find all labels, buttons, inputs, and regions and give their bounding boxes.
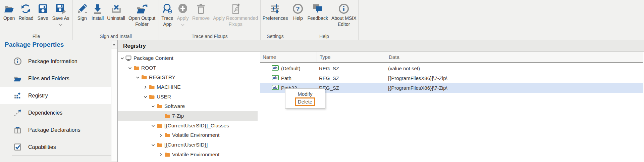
ribbon-group-trace-and-fixups: Trace App Apply Remove — [159, 0, 261, 40]
ribbon: Open Reload Save Save As — [0, 0, 644, 40]
svg-text:ab: ab — [273, 76, 277, 80]
button-label: App — [163, 22, 172, 27]
button-label: Reload — [18, 15, 33, 21]
feedback-button[interactable]: Feedback — [306, 3, 329, 21]
button-label: Open Output — [128, 15, 155, 21]
remove-button[interactable]: Remove — [191, 3, 211, 21]
about-info-icon — [338, 3, 350, 15]
chevron-down-icon — [59, 21, 62, 24]
sliders-icon — [269, 3, 281, 15]
folder-icon — [13, 74, 22, 83]
tree-item-label: [{CurrentUserSID}] — [164, 142, 208, 148]
tree-item-package-content[interactable]: Package Content — [118, 53, 173, 63]
chevron-down-icon[interactable] — [143, 95, 148, 99]
sidebar-item-label: Package Information — [28, 58, 77, 65]
chevron-down-icon[interactable] — [151, 124, 155, 128]
context-menu: Modify Delete — [285, 88, 325, 109]
save-as-button[interactable]: Save As — [51, 3, 70, 24]
tree-item-machine[interactable]: MACHINE — [118, 82, 180, 92]
reload-icon — [20, 3, 32, 15]
tree-item-currentusersid[interactable]: [{CurrentUserSID}] — [118, 140, 208, 150]
reg-sz-icon: ab — [272, 75, 279, 81]
tree-item-7-zip[interactable]: 7-Zip — [118, 111, 258, 121]
tree-item-volatile-environment[interactable]: Volatile Environment — [118, 130, 219, 140]
sidebar-item-files-and-folders[interactable]: Files and Folders — [0, 70, 111, 87]
main-content: Package Content ROOT REGISTRY MACHINE — [118, 52, 644, 162]
tree-item-volatile-environment[interactable]: Volatile Environment — [118, 150, 219, 159]
button-label: Open — [3, 15, 15, 21]
apply-button[interactable]: Apply — [176, 3, 190, 24]
tree-item-label: Software — [164, 103, 185, 109]
column-header-data[interactable]: Data — [386, 52, 643, 62]
chevron-down-icon[interactable] — [151, 105, 155, 108]
table-row[interactable]: ab Path REG_SZ [{ProgramFilesX86}]\7-Zip… — [260, 73, 643, 83]
chevron-right-icon[interactable] — [158, 133, 163, 137]
scrollbar-thumb[interactable] — [111, 49, 117, 161]
value-type-cell: REG_SZ — [317, 85, 386, 91]
folder-icon — [149, 85, 155, 89]
column-header-type[interactable]: Type — [317, 52, 386, 62]
ribbon-group-sign-and-install: Sign Install Uninstall Open Output Fold — [73, 0, 159, 40]
chevron-down-icon[interactable] — [127, 66, 132, 70]
tree-item-currentusersid-classes[interactable]: [{CurrentUserSID}]_Classes — [118, 121, 229, 130]
page-title: Registry — [123, 43, 146, 49]
sidebar-item-package-information[interactable]: Package Information — [0, 53, 111, 70]
install-button[interactable]: Install — [91, 3, 105, 21]
column-header-name[interactable]: Name — [260, 52, 317, 62]
save-button[interactable]: Save — [36, 3, 50, 21]
chevron-down-icon[interactable] — [135, 76, 140, 79]
uninstall-button[interactable]: Uninstall — [106, 3, 126, 21]
reload-button[interactable]: Reload — [17, 3, 34, 21]
folder-icon — [156, 123, 162, 128]
registry-blocks-icon — [13, 91, 22, 100]
tree-item-root[interactable]: ROOT — [118, 63, 156, 73]
sidebar-item-package-declarations[interactable]: Package Declarations — [0, 121, 111, 138]
chevron-right-icon[interactable] — [143, 85, 148, 89]
preferences-button[interactable]: Preferences — [262, 3, 289, 21]
folder-icon — [141, 75, 147, 80]
button-label: Sign — [77, 15, 87, 21]
value-data-cell: [{ProgramFilesX86}]\7-Zip\ — [386, 75, 643, 81]
context-menu-item-modify[interactable]: Modify — [298, 91, 312, 97]
sidebar-item-label: Package Declarations — [28, 127, 80, 133]
tree-item-registry[interactable]: REGISTRY — [118, 73, 175, 82]
tree-item-user[interactable]: USER — [118, 92, 171, 102]
apply-recommended-fixups-button[interactable]: Apply Recommended Fixups — [212, 3, 259, 27]
open-output-folder-button[interactable]: Open Output Folder — [127, 3, 156, 27]
context-menu-item-delete[interactable]: Delete — [295, 97, 315, 106]
chevron-right-icon[interactable] — [158, 153, 163, 157]
svg-text:ab: ab — [273, 85, 277, 89]
sidebar-item-capabilities[interactable]: Capabilities — [0, 138, 111, 156]
tree-item-software[interactable]: Software — [118, 102, 185, 111]
sidebar-item-registry[interactable]: Registry — [0, 87, 111, 104]
folder-icon — [164, 152, 170, 157]
sidebar-scrollbar[interactable] — [111, 40, 118, 162]
reg-sz-icon: ab — [272, 85, 279, 91]
sign-button[interactable]: Sign — [75, 3, 89, 21]
context-menu-delete-highlight[interactable]: Delete — [295, 97, 315, 106]
ribbon-group-help: ? Help Feedback About MSIX Editor Help — [290, 0, 359, 40]
chevron-down-icon[interactable] — [120, 56, 124, 60]
value-type-cell: REG_SZ — [317, 66, 386, 71]
chevron-down-icon[interactable] — [151, 143, 155, 147]
monitor-icon — [125, 55, 131, 61]
value-name-cell: ab Path — [260, 75, 317, 81]
value-type-cell: REG_SZ — [317, 75, 386, 81]
tree-item-label: REGISTRY — [149, 74, 175, 80]
folder-icon — [156, 143, 162, 147]
save-icon — [37, 3, 49, 15]
sidebar-item-label: Registry — [28, 93, 48, 99]
about-msix-editor-button[interactable]: About MSIX Editor — [330, 3, 358, 27]
help-button[interactable]: ? Help — [291, 3, 305, 21]
sidebar-item-dependencies[interactable]: Dependencies — [0, 104, 111, 121]
tree-item-label: Volatile Environment — [172, 132, 219, 138]
open-button[interactable]: Open — [2, 3, 16, 21]
sidebar-divider — [12, 155, 111, 156]
group-label-trace-and-fixups: Trace and Fixups — [159, 34, 260, 39]
button-label: Fixups — [228, 22, 242, 27]
trace-app-button[interactable]: Trace App — [160, 3, 174, 27]
ribbon-group-settings: Preferences Settings — [261, 0, 290, 40]
table-row[interactable]: ab (Default) REG_SZ (value not set) — [260, 64, 643, 73]
save-as-icon — [55, 3, 67, 15]
scrollbar-up-arrow-button[interactable] — [111, 41, 117, 48]
